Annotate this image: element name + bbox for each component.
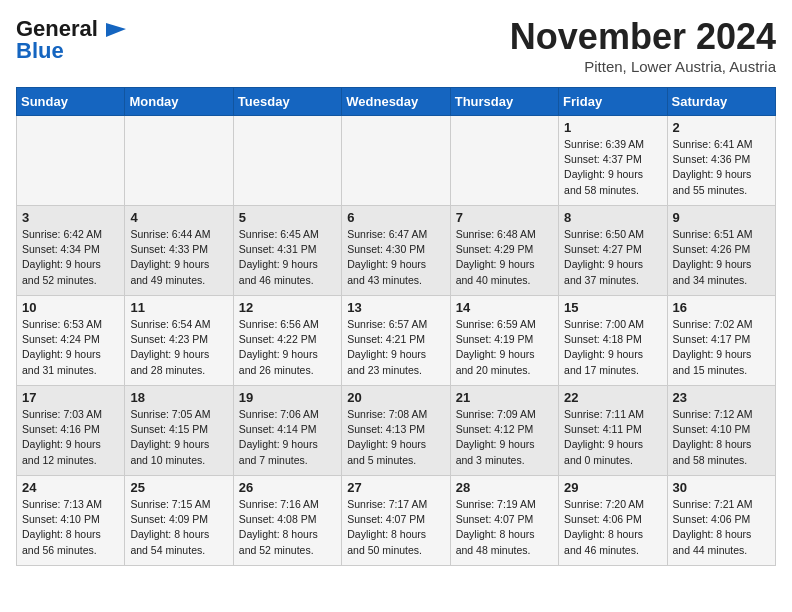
calendar-header: SundayMondayTuesdayWednesdayThursdayFrid… bbox=[17, 88, 776, 116]
day-number: 11 bbox=[130, 300, 227, 315]
day-info: Sunrise: 7:19 AM Sunset: 4:07 PM Dayligh… bbox=[456, 497, 553, 558]
day-info: Sunrise: 7:02 AM Sunset: 4:17 PM Dayligh… bbox=[673, 317, 770, 378]
logo: General Blue bbox=[16, 16, 130, 64]
day-info: Sunrise: 7:21 AM Sunset: 4:06 PM Dayligh… bbox=[673, 497, 770, 558]
calendar-day-cell: 8Sunrise: 6:50 AM Sunset: 4:27 PM Daylig… bbox=[559, 206, 667, 296]
day-info: Sunrise: 6:39 AM Sunset: 4:37 PM Dayligh… bbox=[564, 137, 661, 198]
calendar-day-cell: 20Sunrise: 7:08 AM Sunset: 4:13 PM Dayli… bbox=[342, 386, 450, 476]
location: Pitten, Lower Austria, Austria bbox=[510, 58, 776, 75]
day-info: Sunrise: 7:13 AM Sunset: 4:10 PM Dayligh… bbox=[22, 497, 119, 558]
day-number: 29 bbox=[564, 480, 661, 495]
day-number: 23 bbox=[673, 390, 770, 405]
day-number: 28 bbox=[456, 480, 553, 495]
month-title: November 2024 bbox=[510, 16, 776, 58]
calendar-day-cell bbox=[342, 116, 450, 206]
calendar-day-cell: 16Sunrise: 7:02 AM Sunset: 4:17 PM Dayli… bbox=[667, 296, 775, 386]
day-number: 9 bbox=[673, 210, 770, 225]
day-info: Sunrise: 7:17 AM Sunset: 4:07 PM Dayligh… bbox=[347, 497, 444, 558]
day-number: 8 bbox=[564, 210, 661, 225]
day-info: Sunrise: 6:53 AM Sunset: 4:24 PM Dayligh… bbox=[22, 317, 119, 378]
day-info: Sunrise: 6:42 AM Sunset: 4:34 PM Dayligh… bbox=[22, 227, 119, 288]
calendar-week-row: 17Sunrise: 7:03 AM Sunset: 4:16 PM Dayli… bbox=[17, 386, 776, 476]
calendar-day-cell: 12Sunrise: 6:56 AM Sunset: 4:22 PM Dayli… bbox=[233, 296, 341, 386]
calendar-day-cell: 30Sunrise: 7:21 AM Sunset: 4:06 PM Dayli… bbox=[667, 476, 775, 566]
day-info: Sunrise: 7:16 AM Sunset: 4:08 PM Dayligh… bbox=[239, 497, 336, 558]
day-number: 22 bbox=[564, 390, 661, 405]
day-number: 19 bbox=[239, 390, 336, 405]
day-info: Sunrise: 6:47 AM Sunset: 4:30 PM Dayligh… bbox=[347, 227, 444, 288]
calendar-day-cell: 26Sunrise: 7:16 AM Sunset: 4:08 PM Dayli… bbox=[233, 476, 341, 566]
weekday-header-friday: Friday bbox=[559, 88, 667, 116]
day-number: 16 bbox=[673, 300, 770, 315]
calendar-body: 1Sunrise: 6:39 AM Sunset: 4:37 PM Daylig… bbox=[17, 116, 776, 566]
title-area: November 2024 Pitten, Lower Austria, Aus… bbox=[510, 16, 776, 75]
calendar-day-cell: 28Sunrise: 7:19 AM Sunset: 4:07 PM Dayli… bbox=[450, 476, 558, 566]
calendar-week-row: 1Sunrise: 6:39 AM Sunset: 4:37 PM Daylig… bbox=[17, 116, 776, 206]
calendar-day-cell: 15Sunrise: 7:00 AM Sunset: 4:18 PM Dayli… bbox=[559, 296, 667, 386]
day-info: Sunrise: 6:41 AM Sunset: 4:36 PM Dayligh… bbox=[673, 137, 770, 198]
day-info: Sunrise: 7:06 AM Sunset: 4:14 PM Dayligh… bbox=[239, 407, 336, 468]
calendar-day-cell: 4Sunrise: 6:44 AM Sunset: 4:33 PM Daylig… bbox=[125, 206, 233, 296]
day-info: Sunrise: 6:59 AM Sunset: 4:19 PM Dayligh… bbox=[456, 317, 553, 378]
calendar-day-cell bbox=[125, 116, 233, 206]
calendar-day-cell: 14Sunrise: 6:59 AM Sunset: 4:19 PM Dayli… bbox=[450, 296, 558, 386]
calendar-day-cell: 10Sunrise: 6:53 AM Sunset: 4:24 PM Dayli… bbox=[17, 296, 125, 386]
day-info: Sunrise: 7:11 AM Sunset: 4:11 PM Dayligh… bbox=[564, 407, 661, 468]
calendar-day-cell: 22Sunrise: 7:11 AM Sunset: 4:11 PM Dayli… bbox=[559, 386, 667, 476]
calendar-day-cell: 17Sunrise: 7:03 AM Sunset: 4:16 PM Dayli… bbox=[17, 386, 125, 476]
header: General Blue November 2024 Pitten, Lower… bbox=[16, 16, 776, 75]
calendar-day-cell bbox=[450, 116, 558, 206]
day-number: 2 bbox=[673, 120, 770, 135]
calendar-day-cell: 7Sunrise: 6:48 AM Sunset: 4:29 PM Daylig… bbox=[450, 206, 558, 296]
day-number: 30 bbox=[673, 480, 770, 495]
logo-flag-icon bbox=[102, 19, 130, 39]
calendar-day-cell: 6Sunrise: 6:47 AM Sunset: 4:30 PM Daylig… bbox=[342, 206, 450, 296]
day-info: Sunrise: 6:54 AM Sunset: 4:23 PM Dayligh… bbox=[130, 317, 227, 378]
calendar-day-cell: 24Sunrise: 7:13 AM Sunset: 4:10 PM Dayli… bbox=[17, 476, 125, 566]
calendar-week-row: 24Sunrise: 7:13 AM Sunset: 4:10 PM Dayli… bbox=[17, 476, 776, 566]
day-number: 3 bbox=[22, 210, 119, 225]
day-number: 27 bbox=[347, 480, 444, 495]
day-info: Sunrise: 6:45 AM Sunset: 4:31 PM Dayligh… bbox=[239, 227, 336, 288]
day-info: Sunrise: 6:44 AM Sunset: 4:33 PM Dayligh… bbox=[130, 227, 227, 288]
day-number: 18 bbox=[130, 390, 227, 405]
day-number: 6 bbox=[347, 210, 444, 225]
svg-marker-0 bbox=[106, 23, 126, 37]
day-info: Sunrise: 7:03 AM Sunset: 4:16 PM Dayligh… bbox=[22, 407, 119, 468]
calendar-day-cell bbox=[17, 116, 125, 206]
weekday-header-saturday: Saturday bbox=[667, 88, 775, 116]
day-number: 26 bbox=[239, 480, 336, 495]
day-info: Sunrise: 6:50 AM Sunset: 4:27 PM Dayligh… bbox=[564, 227, 661, 288]
day-info: Sunrise: 6:57 AM Sunset: 4:21 PM Dayligh… bbox=[347, 317, 444, 378]
day-info: Sunrise: 6:56 AM Sunset: 4:22 PM Dayligh… bbox=[239, 317, 336, 378]
calendar-day-cell: 18Sunrise: 7:05 AM Sunset: 4:15 PM Dayli… bbox=[125, 386, 233, 476]
day-number: 24 bbox=[22, 480, 119, 495]
day-number: 1 bbox=[564, 120, 661, 135]
day-number: 12 bbox=[239, 300, 336, 315]
calendar-day-cell: 5Sunrise: 6:45 AM Sunset: 4:31 PM Daylig… bbox=[233, 206, 341, 296]
calendar-day-cell: 11Sunrise: 6:54 AM Sunset: 4:23 PM Dayli… bbox=[125, 296, 233, 386]
calendar-day-cell: 19Sunrise: 7:06 AM Sunset: 4:14 PM Dayli… bbox=[233, 386, 341, 476]
day-info: Sunrise: 6:48 AM Sunset: 4:29 PM Dayligh… bbox=[456, 227, 553, 288]
day-info: Sunrise: 7:15 AM Sunset: 4:09 PM Dayligh… bbox=[130, 497, 227, 558]
calendar-table: SundayMondayTuesdayWednesdayThursdayFrid… bbox=[16, 87, 776, 566]
calendar-day-cell: 1Sunrise: 6:39 AM Sunset: 4:37 PM Daylig… bbox=[559, 116, 667, 206]
day-number: 14 bbox=[456, 300, 553, 315]
day-info: Sunrise: 7:20 AM Sunset: 4:06 PM Dayligh… bbox=[564, 497, 661, 558]
calendar-day-cell: 29Sunrise: 7:20 AM Sunset: 4:06 PM Dayli… bbox=[559, 476, 667, 566]
day-info: Sunrise: 6:51 AM Sunset: 4:26 PM Dayligh… bbox=[673, 227, 770, 288]
day-number: 15 bbox=[564, 300, 661, 315]
logo-blue: Blue bbox=[16, 38, 64, 64]
day-info: Sunrise: 7:12 AM Sunset: 4:10 PM Dayligh… bbox=[673, 407, 770, 468]
calendar-day-cell: 3Sunrise: 6:42 AM Sunset: 4:34 PM Daylig… bbox=[17, 206, 125, 296]
calendar-day-cell: 13Sunrise: 6:57 AM Sunset: 4:21 PM Dayli… bbox=[342, 296, 450, 386]
day-number: 17 bbox=[22, 390, 119, 405]
day-number: 4 bbox=[130, 210, 227, 225]
calendar-day-cell: 27Sunrise: 7:17 AM Sunset: 4:07 PM Dayli… bbox=[342, 476, 450, 566]
day-number: 10 bbox=[22, 300, 119, 315]
day-number: 21 bbox=[456, 390, 553, 405]
day-number: 7 bbox=[456, 210, 553, 225]
weekday-header-row: SundayMondayTuesdayWednesdayThursdayFrid… bbox=[17, 88, 776, 116]
calendar-day-cell: 2Sunrise: 6:41 AM Sunset: 4:36 PM Daylig… bbox=[667, 116, 775, 206]
calendar-day-cell: 25Sunrise: 7:15 AM Sunset: 4:09 PM Dayli… bbox=[125, 476, 233, 566]
